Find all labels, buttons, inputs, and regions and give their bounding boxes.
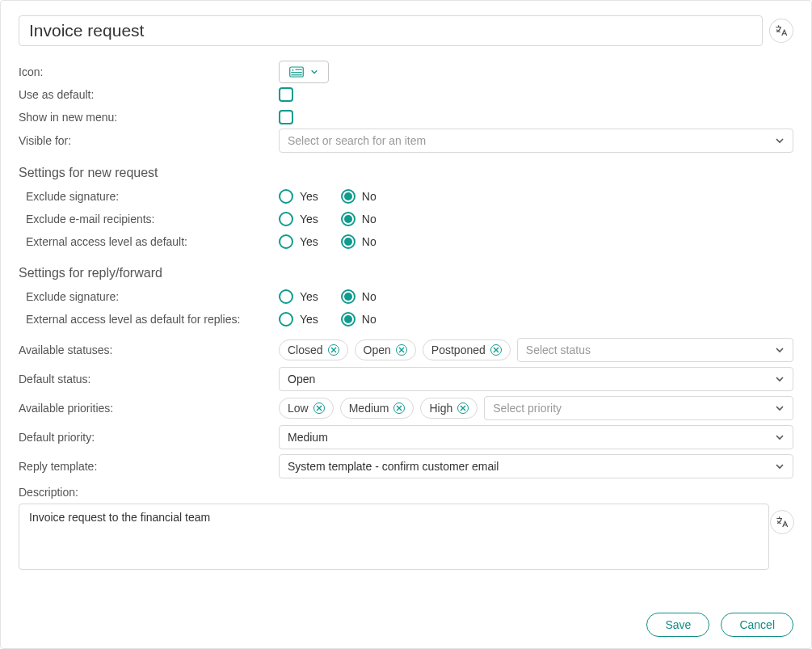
chevron-down-icon — [775, 136, 785, 145]
exclude-recipients-yes[interactable] — [279, 212, 293, 226]
available-priorities-label: Available priorities: — [19, 402, 279, 415]
exclude-signature-label: Exclude signature: — [19, 190, 279, 203]
translate-icon — [775, 515, 789, 529]
use-as-default-label: Use as default: — [19, 88, 279, 101]
reply-external-access-label: External access level as default for rep… — [19, 313, 279, 326]
default-status-label: Default status: — [19, 373, 279, 386]
priority-tag: High — [420, 398, 478, 419]
priority-tag: Low — [279, 398, 334, 419]
reply-template-label: Reply template: — [19, 460, 279, 473]
default-status-value: Open — [288, 373, 315, 386]
radio-label: No — [362, 235, 377, 248]
external-access-radio-group: Yes No — [279, 234, 391, 249]
remove-tag-button[interactable] — [328, 344, 339, 356]
priority-tag: Medium — [340, 398, 414, 419]
reply-exclude-signature-no[interactable] — [341, 289, 356, 304]
remove-tag-button[interactable] — [313, 402, 325, 414]
radio-label: No — [362, 190, 377, 203]
available-statuses-label: Available statuses: — [19, 343, 279, 356]
default-priority-value: Medium — [288, 431, 328, 444]
radio-label: No — [362, 290, 377, 303]
chevron-down-icon — [775, 461, 785, 471]
translate-description-button[interactable] — [770, 510, 794, 534]
exclude-signature-radio-group: Yes No — [279, 189, 391, 204]
status-select[interactable]: Select status — [517, 338, 793, 362]
chevron-down-icon — [775, 374, 785, 384]
default-priority-select[interactable]: Medium — [279, 425, 793, 449]
description-row — [19, 504, 793, 572]
chevron-down-icon — [775, 345, 785, 355]
icon-dropdown[interactable] — [279, 61, 329, 83]
reply-exclude-signature-yes[interactable] — [279, 289, 293, 304]
reply-external-access-yes[interactable] — [279, 312, 293, 327]
reply-external-access-radio-group: Yes No — [279, 312, 391, 327]
reply-exclude-signature-radio-group: Yes No — [279, 289, 391, 304]
icon-label: Icon: — [19, 65, 279, 78]
visible-for-placeholder: Select or search for an item — [288, 134, 426, 147]
external-access-yes[interactable] — [279, 234, 293, 249]
exclude-signature-yes[interactable] — [279, 189, 293, 204]
default-priority-label: Default priority: — [19, 431, 279, 444]
invoice-icon — [289, 66, 304, 78]
cancel-button[interactable]: Cancel — [721, 613, 793, 637]
tag-text: High — [429, 402, 452, 415]
use-as-default-checkbox[interactable] — [279, 87, 293, 102]
settings-reply-forward-heading: Settings for reply/forward — [19, 266, 793, 280]
chevron-down-icon — [775, 403, 785, 413]
default-status-select[interactable]: Open — [279, 367, 793, 391]
footer: Save Cancel — [19, 596, 793, 637]
reply-template-value: System template - confirm customer email — [288, 460, 499, 473]
title-input[interactable] — [19, 15, 763, 46]
description-label: Description: — [19, 486, 279, 499]
status-tag: Open — [355, 339, 416, 360]
tag-text: Medium — [349, 402, 389, 415]
priority-select[interactable]: Select priority — [484, 396, 793, 420]
description-textarea[interactable] — [19, 504, 769, 570]
reply-exclude-signature-label: Exclude signature: — [19, 290, 279, 303]
exclude-recipients-label: Exclude e-mail recipients: — [19, 213, 279, 225]
visible-for-label: Visible for: — [19, 134, 279, 147]
radio-label: No — [362, 213, 377, 225]
exclude-recipients-radio-group: Yes No — [279, 212, 391, 226]
tag-text: Low — [288, 402, 309, 415]
external-access-label: External access level as default: — [19, 235, 279, 248]
settings-new-request-heading: Settings for new request — [19, 166, 793, 180]
remove-tag-button[interactable] — [393, 402, 405, 414]
form-card: Icon: Use as default: — [0, 0, 812, 649]
reply-template-select[interactable]: System template - confirm customer email — [279, 454, 793, 478]
save-button[interactable]: Save — [646, 613, 709, 637]
show-in-new-menu-checkbox[interactable] — [279, 110, 293, 124]
svg-point-1 — [292, 70, 294, 71]
chevron-down-icon — [310, 68, 318, 76]
show-in-new-menu-label: Show in new menu: — [19, 111, 279, 124]
tag-text: Closed — [288, 343, 323, 356]
exclude-recipients-no[interactable] — [341, 212, 356, 226]
status-select-placeholder: Select status — [526, 343, 591, 356]
visible-for-select[interactable]: Select or search for an item — [279, 129, 793, 153]
exclude-signature-no[interactable] — [341, 189, 356, 204]
reply-external-access-no[interactable] — [341, 312, 356, 327]
translate-icon — [774, 23, 789, 38]
radio-label: Yes — [300, 235, 318, 248]
status-tag: Postponed — [423, 339, 511, 360]
translate-button[interactable] — [769, 19, 793, 43]
radio-label: Yes — [300, 213, 318, 225]
radio-label: Yes — [300, 290, 318, 303]
external-access-no[interactable] — [341, 234, 356, 249]
title-row — [19, 15, 793, 46]
chevron-down-icon — [775, 432, 785, 442]
remove-tag-button[interactable] — [490, 344, 502, 356]
remove-tag-button[interactable] — [396, 344, 407, 356]
tag-text: Open — [364, 343, 391, 356]
radio-label: Yes — [300, 313, 318, 326]
tag-text: Postponed — [431, 343, 486, 356]
status-tag: Closed — [279, 339, 348, 360]
radio-label: No — [362, 313, 377, 326]
remove-tag-button[interactable] — [457, 402, 469, 414]
radio-label: Yes — [300, 190, 318, 203]
priority-select-placeholder: Select priority — [493, 402, 562, 415]
